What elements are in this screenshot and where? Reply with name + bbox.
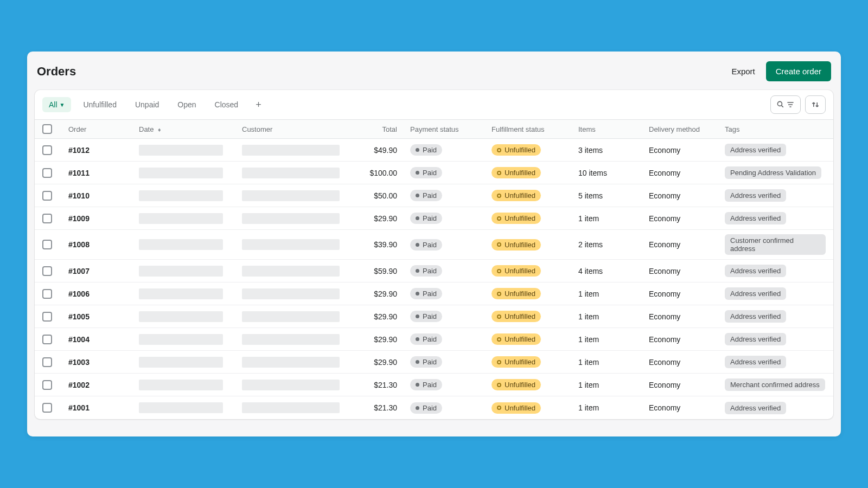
row-checkbox[interactable] <box>42 357 52 367</box>
table-row[interactable]: #1010 $50.00 Paid Unfulfilled 5 items Ec… <box>35 184 833 207</box>
items-cell: 10 items <box>578 169 649 177</box>
col-date[interactable]: Date ♦ <box>139 125 242 133</box>
tag-pill[interactable]: Address verified <box>725 356 786 368</box>
fulfillment-status-badge: Unfulfilled <box>492 288 541 299</box>
col-payment-status[interactable]: Payment status <box>410 125 492 133</box>
fulfillment-status-cell: Unfulfilled <box>492 379 578 390</box>
tab-open[interactable]: Open <box>171 97 202 112</box>
tag-pill[interactable]: Address verified <box>725 333 786 345</box>
row-checkbox[interactable] <box>42 266 52 276</box>
col-order[interactable]: Order <box>68 125 139 133</box>
tag-pill[interactable]: Address verified <box>725 144 786 156</box>
table-row[interactable]: #1006 $29.90 Paid Unfulfilled 1 item Eco… <box>35 282 833 305</box>
table-row[interactable]: #1008 $39.90 Paid Unfulfilled 2 items Ec… <box>35 230 833 260</box>
order-id[interactable]: #1007 <box>68 267 139 275</box>
tag-pill[interactable]: Address verified <box>725 265 786 277</box>
fulfillment-status-cell: Unfulfilled <box>492 239 578 251</box>
col-fulfillment-status[interactable]: Fulfillment status <box>492 125 578 133</box>
delivery-cell: Economy <box>649 146 725 155</box>
create-order-button[interactable]: Create order <box>766 61 831 81</box>
date-cell <box>139 311 242 322</box>
row-checkbox[interactable] <box>42 312 52 322</box>
tag-pill[interactable]: Merchant confirmed address <box>725 378 825 391</box>
col-tags[interactable]: Tags <box>725 125 826 133</box>
payment-status-cell: Paid <box>410 356 492 368</box>
tab-closed[interactable]: Closed <box>208 97 245 112</box>
order-id[interactable]: #1011 <box>68 169 139 177</box>
tag-pill[interactable]: Address verified <box>725 212 786 224</box>
order-id[interactable]: #1006 <box>68 290 139 298</box>
payment-status-cell: Paid <box>410 144 492 156</box>
date-cell <box>139 288 242 299</box>
export-button[interactable]: Export <box>731 67 755 76</box>
table-row[interactable]: #1011 $100.00 Paid Unfulfilled 10 items … <box>35 162 833 184</box>
row-checkbox[interactable] <box>42 145 52 155</box>
plus-icon: + <box>256 99 261 111</box>
date-cell <box>139 168 242 178</box>
order-id[interactable]: #1003 <box>68 358 139 367</box>
table-row[interactable]: #1005 $29.90 Paid Unfulfilled 1 item Eco… <box>35 305 833 328</box>
table-row[interactable]: #1002 $21.30 Paid Unfulfilled 1 item Eco… <box>35 374 833 396</box>
col-customer[interactable]: Customer <box>242 125 350 133</box>
order-id[interactable]: #1002 <box>68 381 139 389</box>
row-checkbox[interactable] <box>42 403 52 413</box>
tab-all[interactable]: All ▼ <box>42 97 71 112</box>
tag-pill[interactable]: Customer confirmed address <box>725 234 826 255</box>
fulfillment-status-cell: Unfulfilled <box>492 167 578 178</box>
order-id[interactable]: #1010 <box>68 191 139 200</box>
tag-pill[interactable]: Address verified <box>725 189 786 202</box>
row-checkbox[interactable] <box>42 214 52 223</box>
table-row[interactable]: #1009 $29.90 Paid Unfulfilled 1 item Eco… <box>35 207 833 230</box>
sort-button[interactable] <box>805 95 826 114</box>
order-id[interactable]: #1008 <box>68 240 139 249</box>
search-filter-button[interactable] <box>770 95 801 114</box>
table-row[interactable]: #1004 $29.90 Paid Unfulfilled 1 item Eco… <box>35 328 833 351</box>
redacted-placeholder <box>139 311 223 322</box>
total-cell: $49.90 <box>350 146 410 155</box>
payment-status-cell: Paid <box>410 213 492 224</box>
order-id[interactable]: #1009 <box>68 214 139 223</box>
row-checkbox[interactable] <box>42 380 52 390</box>
status-ring-icon <box>497 242 501 247</box>
row-checkbox[interactable] <box>42 335 52 344</box>
tab-unfulfilled[interactable]: Unfulfilled <box>76 97 123 112</box>
customer-cell <box>242 190 350 201</box>
status-dot-icon <box>416 194 419 197</box>
select-all-checkbox[interactable] <box>42 124 52 134</box>
table-row[interactable]: #1001 $21.30 Paid Unfulfilled 1 item Eco… <box>35 396 833 419</box>
col-total[interactable]: Total <box>350 125 410 133</box>
row-checkbox[interactable] <box>42 240 52 249</box>
total-cell: $29.90 <box>350 214 410 223</box>
redacted-placeholder <box>139 266 223 277</box>
col-items[interactable]: Items <box>578 125 649 133</box>
customer-cell <box>242 357 350 368</box>
order-id[interactable]: #1012 <box>68 146 139 155</box>
order-id[interactable]: #1004 <box>68 335 139 344</box>
total-cell: $29.90 <box>350 290 410 298</box>
tag-pill[interactable]: Address verified <box>725 287 786 300</box>
tags-cell: Address verified <box>725 310 826 323</box>
caret-down-icon: ▼ <box>60 102 65 108</box>
tag-pill[interactable]: Pending Address Validation <box>725 166 821 179</box>
table-row[interactable]: #1007 $59.90 Paid Unfulfilled 4 items Ec… <box>35 260 833 282</box>
tag-pill[interactable]: Address verified <box>725 402 786 414</box>
row-checkbox[interactable] <box>42 191 52 201</box>
payment-status-cell: Paid <box>410 239 492 251</box>
customer-cell <box>242 402 350 413</box>
fulfillment-status-cell: Unfulfilled <box>492 356 578 368</box>
row-checkbox[interactable] <box>42 168 52 178</box>
col-delivery-method[interactable]: Delivery method <box>649 125 725 133</box>
svg-line-1 <box>782 106 783 107</box>
payment-status-cell: Paid <box>410 333 492 345</box>
order-id[interactable]: #1001 <box>68 403 139 412</box>
order-id[interactable]: #1005 <box>68 312 139 321</box>
tab-unpaid[interactable]: Unpaid <box>129 97 165 112</box>
row-checkbox[interactable] <box>42 289 52 299</box>
add-view-button[interactable]: + <box>250 98 267 112</box>
table-row[interactable]: #1012 $49.90 Paid Unfulfilled 3 items Ec… <box>35 139 833 162</box>
redacted-placeholder <box>242 357 340 368</box>
table-row[interactable]: #1003 $29.90 Paid Unfulfilled 1 item Eco… <box>35 351 833 374</box>
tag-pill[interactable]: Address verified <box>725 310 786 323</box>
filter-tabs: All ▼ Unfulfilled Unpaid Open Closed + <box>42 97 267 112</box>
total-cell: $21.30 <box>350 381 410 389</box>
